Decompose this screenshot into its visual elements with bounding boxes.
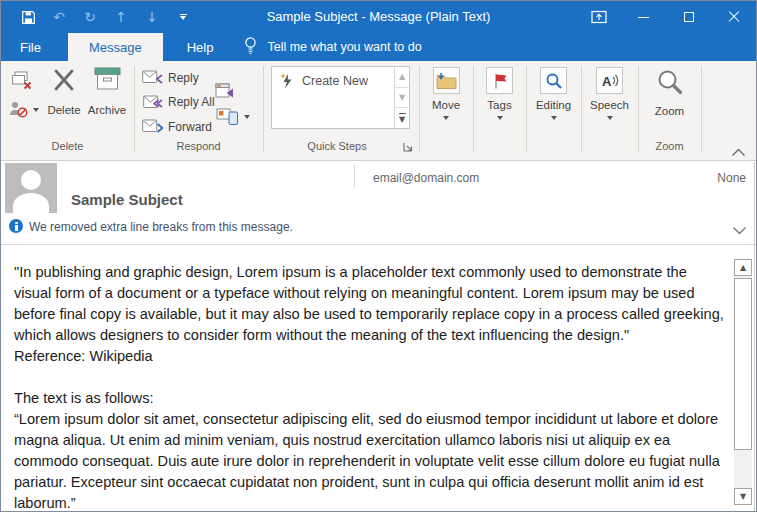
gallery-scroll-up-icon[interactable]: ▲	[395, 67, 409, 88]
header-divider	[354, 165, 355, 187]
forward-icon	[142, 119, 163, 134]
scroll-down-icon[interactable]: ▼	[734, 488, 752, 505]
body-paragraph: "In publishing and graphic design, Lorem…	[14, 262, 726, 346]
tell-me-box[interactable]: Tell me what you want to do	[243, 33, 421, 61]
delete-icon	[53, 67, 75, 93]
delete-label: Delete	[47, 104, 80, 116]
create-new-label: Create New	[302, 74, 368, 88]
gallery-scroll-down-icon[interactable]: ▼	[395, 88, 409, 109]
tags-label: Tags	[487, 99, 511, 111]
info-bar: We removed extra line breaks from this m…	[1, 214, 756, 244]
flag-status: None	[717, 171, 746, 185]
message-subject: Sample Subject	[71, 191, 183, 208]
quick-step-create-new[interactable]: Create New	[272, 67, 409, 89]
ignore-button[interactable]	[11, 71, 32, 90]
create-new-icon	[280, 73, 294, 89]
meeting-button[interactable]	[212, 82, 234, 100]
editing-button[interactable]: Editing	[526, 67, 581, 120]
meeting-icon	[212, 82, 234, 100]
junk-button[interactable]	[9, 101, 39, 118]
tell-me-label: Tell me what you want to do	[267, 40, 421, 54]
gallery-more-icon[interactable]: ▼	[395, 108, 409, 128]
forward-button[interactable]: Forward	[142, 119, 212, 134]
tags-flag-icon	[486, 67, 513, 94]
archive-label: Archive	[88, 104, 126, 116]
more-respond-actions-button[interactable]	[216, 108, 250, 125]
body-paragraph: “Lorem ipsum dolor sit amet, consectetur…	[14, 409, 726, 512]
svg-text:A: A	[602, 74, 612, 89]
zoom-button[interactable]: Zoom	[638, 69, 701, 131]
move-label: Move	[432, 99, 460, 111]
zoom-icon	[656, 69, 684, 97]
tags-button[interactable]: Tags	[473, 67, 526, 120]
zoom-button-label: Zoom	[655, 105, 684, 117]
scrollbar-thumb[interactable]	[734, 278, 752, 450]
maximize-button[interactable]	[666, 1, 711, 33]
body-paragraph	[14, 367, 726, 388]
body-paragraph: The text is as follows:	[14, 388, 726, 409]
close-button[interactable]	[711, 1, 756, 33]
tags-dropdown-icon	[497, 116, 503, 120]
expand-header-chevron-icon[interactable]	[732, 221, 747, 239]
message-header: Sample Subject email@domain.com None	[1, 162, 756, 214]
outlook-message-window: ↶ ↻ ↑ ↓ Sample Subject - Message (Plain …	[0, 0, 757, 512]
editing-dropdown-icon	[551, 116, 557, 120]
reply-all-icon	[141, 94, 163, 110]
editing-label: Editing	[536, 99, 571, 111]
respond-group-label: Respond	[134, 140, 263, 152]
block-sender-icon	[9, 101, 28, 118]
ribbon-display-options-icon[interactable]	[576, 1, 621, 33]
reply-icon	[142, 70, 163, 85]
quick-steps-gallery: Create New ▲ ▼ ▼	[271, 66, 410, 129]
move-icon	[433, 67, 460, 94]
im-icon	[216, 108, 239, 125]
minimize-button[interactable]	[621, 1, 666, 33]
gallery-scrollbar: ▲ ▼ ▼	[394, 67, 409, 128]
quick-steps-dialog-launcher-icon[interactable]	[403, 139, 414, 150]
ribbon-tab-row: File Message Help Tell me what you want …	[1, 33, 756, 61]
ignore-icon	[11, 71, 32, 90]
reply-label: Reply	[168, 71, 199, 85]
body-paragraph: Reference: Wikipedia	[14, 346, 726, 367]
group-separator	[701, 66, 702, 152]
sender-avatar	[5, 163, 57, 213]
forward-label: Forward	[168, 120, 212, 134]
tab-file[interactable]: File	[1, 33, 60, 61]
collapse-ribbon-icon[interactable]	[731, 143, 746, 161]
scroll-up-icon[interactable]: ▲	[734, 259, 752, 276]
reply-all-label: Reply All	[168, 95, 215, 109]
vertical-scrollbar[interactable]: ▲ ▼	[734, 259, 752, 505]
zoom-group-label: Zoom	[638, 140, 701, 152]
editing-search-icon	[540, 67, 567, 94]
speech-label: Speech	[590, 99, 629, 111]
speech-button[interactable]: A Speech	[581, 67, 638, 120]
delete-group-label: Delete	[1, 140, 134, 152]
tab-help[interactable]: Help	[171, 33, 230, 61]
title-bar: ↶ ↻ ↑ ↓ Sample Subject - Message (Plain …	[1, 1, 756, 33]
quick-steps-group-label: Quick Steps	[263, 140, 411, 152]
info-icon	[9, 219, 23, 233]
lightbulb-icon	[243, 36, 258, 58]
reply-button[interactable]: Reply	[142, 70, 199, 85]
info-message: We removed extra line breaks from this m…	[29, 220, 293, 234]
move-dropdown-icon	[443, 116, 449, 120]
content-right-border	[754, 162, 755, 512]
speech-dropdown-icon	[607, 116, 613, 120]
tab-message[interactable]: Message	[68, 33, 163, 61]
archive-icon	[94, 67, 121, 91]
ribbon: Delete Archive Delete Reply Reply All Fo…	[1, 61, 756, 161]
window-controls	[576, 1, 756, 33]
sender-email: email@domain.com	[373, 171, 479, 185]
move-button[interactable]: Move	[419, 67, 473, 120]
speech-icon: A	[596, 67, 623, 94]
delete-button[interactable]: Delete	[45, 67, 83, 133]
respond-dropdown-icon	[244, 115, 250, 119]
reply-all-button[interactable]: Reply All	[141, 94, 215, 110]
body-text: "In publishing and graphic design, Lorem…	[14, 262, 726, 512]
junk-dropdown-icon	[33, 108, 39, 112]
archive-button[interactable]: Archive	[84, 67, 130, 133]
message-body[interactable]: "In publishing and graphic design, Lorem…	[1, 245, 756, 512]
